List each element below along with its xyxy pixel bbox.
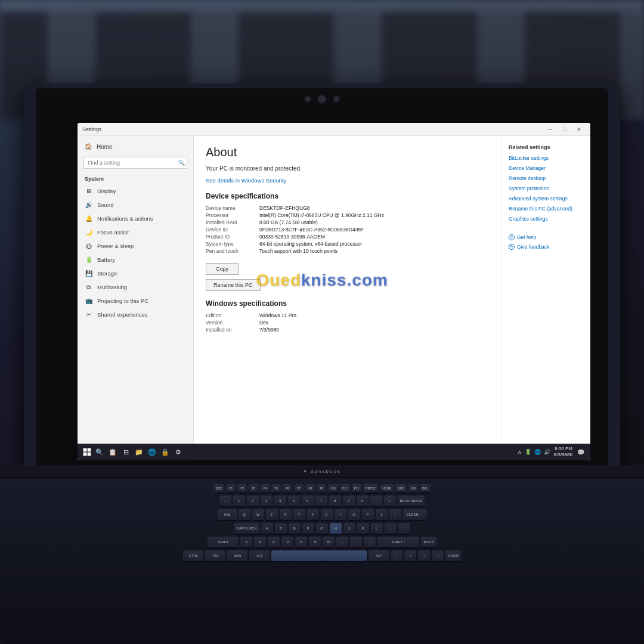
key-n[interactable]: N — [309, 537, 321, 549]
key-del[interactable]: DEL — [420, 484, 431, 494]
start-button[interactable] — [82, 447, 92, 457]
key-end[interactable]: END — [395, 484, 407, 494]
key-shift-right[interactable]: SHIFT ↑ — [377, 537, 419, 549]
sidebar-item-shared[interactable]: ✂ Shared experiences — [78, 308, 193, 321]
key-f4[interactable]: F4 — [260, 484, 270, 494]
key-alt-right[interactable]: ALT — [369, 550, 389, 562]
rename-pc-advanced-link[interactable]: Rename this PC (advanced) — [509, 206, 583, 212]
key-f9[interactable]: F9 — [317, 484, 326, 494]
key-arrow-right[interactable]: → — [432, 550, 444, 562]
taskbar-search[interactable]: 🔍 — [94, 447, 105, 457]
key-f1[interactable]: F1 — [226, 484, 236, 494]
taskbar-explorer[interactable]: 📁 — [134, 447, 144, 457]
key-o[interactable]: O — [348, 509, 360, 521]
key-arrow-up[interactable]: ↑ — [404, 550, 416, 562]
advanced-system-link[interactable]: Advanced system settings — [509, 196, 583, 202]
remote-desktop-link[interactable]: Remote desktop — [509, 175, 583, 182]
key-tab[interactable]: TAB — [218, 509, 237, 521]
key-k[interactable]: K — [357, 523, 369, 535]
key-7[interactable]: 7 — [315, 496, 327, 507]
key-enter[interactable]: ENTER ← — [403, 509, 427, 521]
sidebar-home[interactable]: 🏠 Home — [78, 140, 193, 154]
key-fn[interactable]: FN — [205, 550, 225, 562]
taskbar-task-view[interactable]: 📋 — [107, 447, 118, 457]
key-backspace[interactable]: BACK SPACE — [398, 496, 425, 507]
key-comma[interactable]: , — [336, 537, 348, 549]
key-h[interactable]: H — [330, 523, 342, 535]
device-manager-link[interactable]: Device Manager — [509, 165, 583, 172]
get-help-link[interactable]: ? Get help — [509, 234, 583, 240]
key-1[interactable]: 1 — [233, 496, 245, 507]
key-m[interactable]: M — [323, 537, 335, 549]
maximize-button[interactable]: □ — [558, 125, 571, 134]
key-2[interactable]: 2 — [247, 496, 259, 507]
sidebar-item-battery[interactable]: 🔋 Battery — [78, 253, 193, 267]
key-f8[interactable]: F8 — [305, 484, 315, 494]
key-3[interactable]: 3 — [261, 496, 273, 507]
key-t[interactable]: T — [293, 509, 305, 521]
key-f[interactable]: F — [302, 523, 314, 535]
key-r[interactable]: R — [280, 509, 292, 521]
key-s[interactable]: S — [275, 523, 287, 535]
key-home[interactable]: HOME — [380, 484, 394, 494]
key-p[interactable]: P — [362, 509, 374, 521]
key-e[interactable]: E — [266, 509, 278, 521]
key-f7[interactable]: F7 — [294, 484, 304, 494]
key-z[interactable]: Z — [240, 537, 252, 549]
key-minus[interactable]: - — [370, 496, 382, 507]
sidebar-item-multitasking[interactable]: ⧉ Multitasking — [78, 280, 193, 294]
key-y[interactable]: Y — [307, 509, 319, 521]
key-4[interactable]: 4 — [274, 496, 286, 507]
sidebar-item-notifications[interactable]: 🔔 Notifications & actions — [78, 212, 193, 225]
key-space[interactable] — [271, 550, 367, 562]
key-9[interactable]: 9 — [343, 496, 355, 507]
security-link[interactable]: See details in Windows Security — [206, 177, 286, 184]
key-shift-left[interactable]: SHIFT — [208, 537, 239, 549]
sidebar-item-projecting[interactable]: 📺 Projecting to this PC — [78, 294, 193, 308]
key-backtick[interactable]: ~ — [219, 496, 231, 507]
copy-button[interactable]: Copy — [206, 263, 239, 275]
key-g[interactable]: G — [316, 523, 328, 535]
key-6[interactable]: 6 — [302, 496, 314, 507]
key-w[interactable]: W — [252, 509, 264, 521]
key-j[interactable]: J — [343, 523, 355, 535]
key-q[interactable]: Q — [239, 509, 250, 521]
taskbar-clock[interactable]: 8:00 PM 8/3/9980 — [554, 446, 572, 459]
key-f6[interactable]: F6 — [283, 484, 292, 494]
notification-button[interactable]: 💬 — [576, 447, 586, 457]
key-arrow-left[interactable]: ← — [391, 550, 402, 562]
rename-pc-button[interactable]: Rename this PC — [206, 279, 261, 291]
key-d[interactable]: D — [289, 523, 301, 535]
taskbar-edge[interactable]: 🌐 — [147, 447, 157, 457]
graphics-settings-link[interactable]: Graphics settings — [509, 216, 583, 222]
taskbar-snap[interactable]: ⊟ — [120, 447, 131, 457]
key-ctrl-left[interactable]: CTRL — [183, 550, 203, 562]
key-semicolon[interactable]: ; — [385, 523, 397, 535]
close-button[interactable]: ✕ — [572, 125, 586, 134]
taskbar-security[interactable]: 🔒 — [160, 447, 171, 457]
key-quote[interactable]: ' — [398, 523, 410, 535]
key-pgup[interactable]: PGUP — [421, 537, 436, 549]
key-esc[interactable]: ESC — [213, 484, 224, 494]
key-f5[interactable]: F5 — [271, 484, 281, 494]
bitlocker-link[interactable]: BitLocker settings — [509, 155, 583, 162]
key-lbracket[interactable]: [ — [376, 509, 388, 521]
key-f2[interactable]: F2 — [237, 484, 247, 494]
key-f11[interactable]: F11 — [340, 484, 350, 494]
key-f10[interactable]: F10 — [328, 484, 338, 494]
key-plus[interactable]: + — [384, 496, 396, 507]
key-i[interactable]: I — [335, 509, 346, 521]
sidebar-item-display[interactable]: 🖥 Display — [78, 184, 193, 198]
key-c[interactable]: C — [268, 537, 280, 549]
key-5[interactable]: 5 — [288, 496, 300, 507]
key-l[interactable]: L — [371, 523, 383, 535]
key-slash[interactable]: / — [364, 537, 376, 549]
system-protection-link[interactable]: System protection — [509, 185, 583, 192]
key-f12[interactable]: F12 — [352, 484, 362, 494]
key-win[interactable]: WIN — [227, 550, 247, 562]
key-v[interactable]: V — [281, 537, 293, 549]
key-0[interactable]: 0 — [357, 496, 369, 507]
key-pgdn[interactable]: PGDN — [445, 550, 460, 562]
key-f3[interactable]: F3 — [249, 484, 258, 494]
key-b[interactable]: B — [295, 537, 307, 549]
